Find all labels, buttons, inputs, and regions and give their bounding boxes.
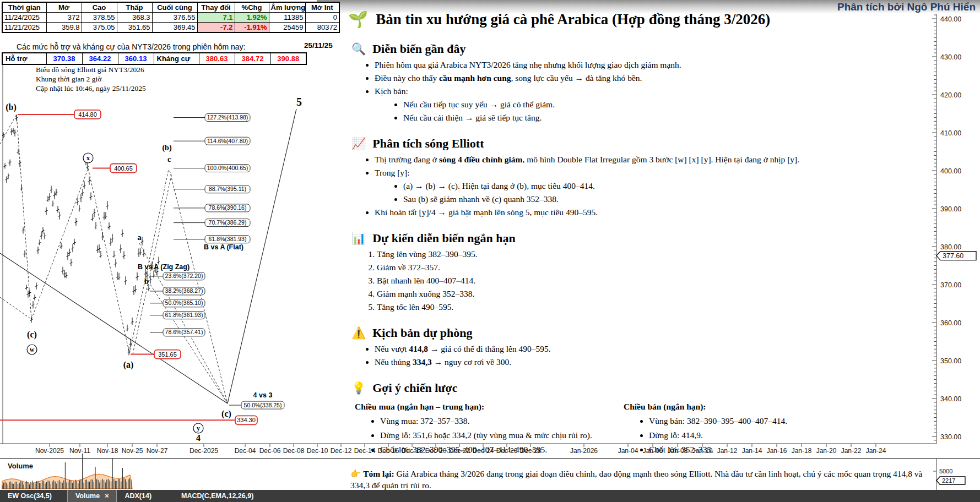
svg-text:Dec-10: Dec-10 — [307, 447, 328, 455]
support-3: 360.13 — [118, 53, 154, 64]
tab-volume[interactable]: Volume× — [67, 490, 117, 502]
close-icon[interactable]: × — [105, 492, 109, 500]
svg-text:420.00: 420.00 — [940, 91, 961, 99]
svg-text:61.8%(381.93): 61.8%(381.93) — [209, 236, 247, 242]
svg-text:70.7%(386.29): 70.7%(386.29) — [209, 219, 247, 226]
col-volume: Âm lượng — [269, 2, 305, 13]
svg-text:380.00: 380.00 — [940, 243, 961, 251]
elliott-list: Thị trường đang ở sóng 4 điều chỉnh giảm… — [348, 154, 931, 218]
svg-text:334.30: 334.30 — [237, 417, 256, 423]
svg-text:61.8%(361.93): 61.8%(361.93) — [165, 312, 203, 318]
col-openint: Mở Int — [305, 2, 339, 13]
svg-text:440.00: 440.00 — [940, 15, 961, 23]
section-recent: 🔍 Diễn biến gần đây — [351, 42, 931, 56]
svg-text:(b): (b) — [162, 144, 171, 152]
strategy-columns: Chiều mua (ngắn hạn – trung hạn): Vùng m… — [348, 400, 931, 459]
svg-text:Biểu đồ sóng Elliott giá NYT3/: Biểu đồ sóng Elliott giá NYT3/2026 — [36, 66, 144, 74]
svg-text:38.2%(368.27): 38.2%(368.27) — [165, 287, 203, 294]
list-item: Chốt lời: 382–390–395–400–407–414–490–59… — [380, 444, 617, 456]
tab-macd-c-ema-12-26-9-[interactable]: MACD(C,EMA,12,26,9) — [174, 490, 261, 502]
sell-head: Chiều bán (ngắn hạn): — [624, 402, 931, 412]
svg-text:Nov-18: Nov-18 — [97, 447, 118, 455]
list-item: Điều này cho thấy cầu mạnh hơn cung, son… — [375, 73, 931, 84]
svg-text:Khung thời gian 2 giờ: Khung thời gian 2 giờ — [36, 75, 102, 83]
svg-text:b: b — [144, 277, 149, 286]
svg-text:(c): (c) — [221, 409, 231, 419]
list-item: Tăng tốc lên 490–595. — [377, 302, 931, 313]
svg-text:Dec-08: Dec-08 — [283, 447, 305, 455]
quote-table: Thời gian Mở Cao Thấp Cuối cùng Thay đổi… — [2, 2, 340, 33]
list-item: Nếu thủng 334,3 → nguy cơ rơi về 300. — [375, 357, 931, 368]
col-open: Mở — [46, 2, 82, 13]
tab-adx-14-[interactable]: ADX(14) — [117, 490, 159, 502]
session-date: 25/11/25 — [304, 41, 333, 50]
buy-head: Chiều mua (ngắn hạn – trung hạn): — [355, 402, 617, 412]
svg-text:330.00: 330.00 — [940, 433, 961, 441]
svg-text:x: x — [86, 154, 90, 162]
svg-text:Cập nhật lúc 10:46, ngày 25/11: Cập nhật lúc 10:46, ngày 25/11/2025 — [36, 84, 146, 92]
svg-text:350.00: 350.00 — [940, 357, 961, 365]
svg-text:360.00: 360.00 — [940, 319, 961, 327]
svg-text:377.60: 377.60 — [943, 252, 963, 260]
resistance-label: Kháng cự — [154, 53, 199, 64]
section-elliott: 📈 Phân tích sóng Elliott — [351, 137, 931, 151]
analysis-panel: 🌱 Bản tin xu hướng giá cà phê Arabica (H… — [348, 10, 931, 491]
svg-text:Nov-25: Nov-25 — [122, 447, 143, 455]
svg-text:Dec-06: Dec-06 — [259, 447, 281, 455]
svg-text:Dec-2025: Dec-2025 — [189, 447, 218, 455]
summary-paragraph: 👉 Tóm lại: Giá Arabica tháng 3/2026 đang… — [350, 468, 931, 491]
svg-text:100.0%(400.65): 100.0%(400.65) — [207, 165, 248, 171]
list-item: Nếu vượt 414,8 → giá có thể đi thẳng lên… — [375, 343, 931, 354]
list-item: Khi hoàn tất [y]/4 → giá bật mạnh lên só… — [375, 207, 931, 218]
table-row: 11/21/2025359.8375.05351.65369.45-7.2-1.… — [2, 23, 339, 33]
svg-text:78.6%(390.16): 78.6%(390.16) — [209, 204, 247, 211]
tab-ew-osc-34-5-[interactable]: EW Osc(34,5) — [0, 490, 59, 502]
list-item: Giảm mạnh xuống 352–338. — [377, 288, 931, 299]
col-change: Thay đổi — [197, 2, 235, 13]
col-time: Thời gian — [2, 2, 46, 13]
contingency-list: Nếu vượt 414,8 → giá có thể đi thẳng lên… — [348, 343, 931, 368]
svg-text:5: 5 — [296, 96, 302, 108]
section-contingency: ⚠️ Kịch bản dự phòng — [351, 326, 931, 340]
svg-text:127.2%(413.98): 127.2%(413.98) — [207, 114, 248, 121]
list-item: Bật nhanh lên 400–407–414. — [377, 275, 931, 286]
point-right-icon: 👉 — [350, 469, 361, 478]
list-item: Dừng lỗ: 414,9. — [649, 429, 931, 441]
list-item: Chốt lời: 352–335. — [649, 444, 931, 456]
svg-text:Dec-04: Dec-04 — [235, 447, 256, 455]
resistance-1: 380.63 — [199, 53, 235, 64]
svg-text:(c): (c) — [27, 330, 37, 340]
section-shortterm: 📊 Dự kiến diễn biến ngắn hạn — [351, 231, 931, 245]
section-strategy: 💡 Gợi ý chiến lược — [351, 381, 931, 395]
svg-text:5000: 5000 — [939, 468, 952, 474]
bottom-bar: EW Osc(34,5)Volume×ADX(14)MACD(C,EMA,12,… — [0, 490, 980, 502]
sell-column: Chiều bán (ngắn hạn): Vùng bán: 382–390–… — [617, 400, 931, 459]
svg-text:88.7%(395.11): 88.7%(395.11) — [209, 185, 246, 192]
col-high: Cao — [82, 2, 117, 13]
col-low: Thấp — [117, 2, 152, 13]
recent-list: Phiên hôm qua giá Arabica NYT3/2026 tăng… — [348, 59, 931, 123]
table-row: 11/24/2025372378.55368.3376.557.11.92%11… — [2, 13, 339, 23]
list-item: Giảm về 372–357. — [377, 262, 931, 273]
svg-text:B vs A (Zig Zag): B vs A (Zig Zag) — [138, 263, 189, 271]
svg-text:Volume: Volume — [8, 462, 33, 470]
svg-text:430.00: 430.00 — [940, 53, 961, 61]
list-item: Nếu cầu cải thiện → giá sẽ tiếp tục tăng… — [403, 112, 931, 123]
sr-caption: Các mức hỗ trợ và kháng cự của NYT3/2026… — [17, 42, 245, 51]
table-header-row: Thời gian Mở Cao Thấp Cuối cùng Thay đổi… — [2, 2, 339, 13]
svg-text:a: a — [138, 233, 142, 242]
list-item: Vùng mua: 372–357–338. — [380, 415, 617, 427]
resistance-2: 384.72 — [235, 53, 270, 64]
magnifier-icon: 🔍 — [351, 42, 366, 56]
svg-text:(a): (a) — [123, 360, 134, 370]
svg-text:2217: 2217 — [942, 477, 955, 484]
svg-text:4: 4 — [196, 433, 201, 443]
buy-column: Chiều mua (ngắn hạn – trung hạn): Vùng m… — [348, 400, 617, 459]
list-item: Kịch bản: Nếu cầu tiếp tục suy yếu → giá… — [375, 86, 931, 123]
svg-text:50.0%(365.10): 50.0%(365.10) — [165, 299, 203, 306]
page-title: 🌱 Bản tin xu hướng giá cà phê Arabica (H… — [348, 10, 931, 29]
support-2: 364.22 — [82, 53, 118, 64]
svg-text:351.65: 351.65 — [158, 351, 177, 358]
support-1: 370.38 — [46, 53, 82, 64]
svg-text:390.00: 390.00 — [940, 205, 961, 213]
